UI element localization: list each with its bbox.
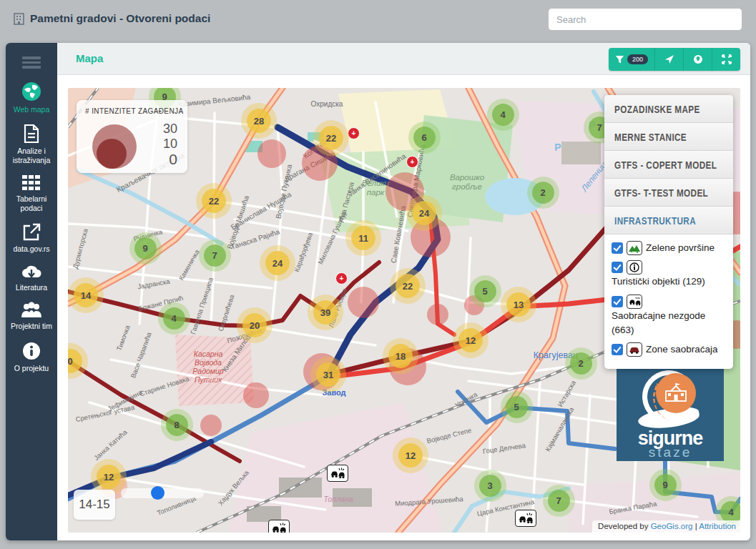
sidebar-item-web-mapa[interactable]: Web mapa bbox=[6, 81, 57, 114]
filter-button[interactable]: 200 bbox=[609, 48, 654, 71]
content-header: Mapa 200 bbox=[57, 43, 750, 75]
sidebar-item-datagov[interactable]: data.gov.rs bbox=[6, 222, 57, 254]
sigurne-staze-logo: sigurne staze bbox=[617, 365, 724, 461]
building-block bbox=[279, 478, 322, 498]
team-icon bbox=[20, 302, 43, 319]
checkbox-checked[interactable] bbox=[612, 262, 623, 273]
measurement-marker[interactable]: 12 bbox=[398, 443, 423, 468]
measurement-marker[interactable]: 2 bbox=[570, 352, 592, 375]
sidebar-item-o-projektu[interactable]: O projektu bbox=[6, 341, 57, 373]
filter-icon bbox=[615, 55, 624, 64]
sidebar-item-tabelarni[interactable]: Tabelarni podaci bbox=[6, 174, 57, 213]
car-crash-icon bbox=[627, 295, 642, 309]
measurement-marker[interactable]: 13 bbox=[506, 292, 531, 317]
measurement-marker[interactable]: 9 bbox=[654, 474, 677, 496]
time-slider-thumb[interactable] bbox=[151, 486, 165, 500]
sidebar-item-label: data.gov.rs bbox=[11, 244, 51, 254]
map-canvas[interactable]: Казимира ВељковићаОхридскаКопитареваДраг… bbox=[68, 88, 740, 533]
car-crash-map-icon[interactable] bbox=[268, 520, 290, 533]
sidebar-item-projektni-tim[interactable]: Projektni tim bbox=[6, 302, 57, 331]
sidebar-item-literatura[interactable]: Literatura bbox=[6, 263, 57, 292]
layer-item-saobracajne-nezgode[interactable]: Saobraćajne nezgode (663) bbox=[612, 295, 727, 338]
sidebar-item-label: Tabelarni podaci bbox=[6, 194, 57, 213]
measurement-marker[interactable]: 4 bbox=[492, 104, 514, 126]
panel-section-infrastruktura[interactable]: INFRASTRUKTURA bbox=[604, 207, 733, 234]
measurement-marker[interactable]: 22 bbox=[202, 189, 226, 213]
map-toolbar: 200 bbox=[609, 48, 740, 71]
time-slider-track[interactable] bbox=[121, 488, 204, 498]
info-icon bbox=[21, 341, 41, 361]
measurement-marker[interactable]: 6 bbox=[413, 127, 436, 149]
fullscreen-button[interactable] bbox=[712, 48, 740, 71]
car-crash-map-icon[interactable] bbox=[515, 510, 536, 527]
land-patch bbox=[175, 335, 254, 406]
building-block bbox=[333, 488, 372, 507]
layer-item-label: Saobraćajne nezgode (663) bbox=[612, 309, 727, 338]
panel-section-pozadinske-mape[interactable]: POZADINSKE MAPE bbox=[604, 95, 733, 123]
panel-section-merne-stanice[interactable]: MERNE STANICE bbox=[604, 123, 733, 151]
globe-pin-icon bbox=[693, 54, 703, 64]
top-header: Pametni gradovi - Otvoreni podaci bbox=[0, 0, 756, 40]
measurement-marker[interactable]: 3 bbox=[479, 475, 501, 497]
measurement-marker[interactable]: 20 bbox=[242, 313, 267, 337]
measurement-marker[interactable]: 5 bbox=[506, 396, 528, 418]
measurement-marker[interactable]: 39 bbox=[313, 300, 338, 325]
measurement-marker[interactable]: 18 bbox=[388, 344, 413, 368]
measurement-marker[interactable]: 4 bbox=[163, 307, 185, 330]
tourist-info-icon bbox=[627, 260, 642, 274]
sidebar-item-label: Analize i istraživanja bbox=[6, 147, 57, 165]
geogis-link[interactable]: GeoGis.org bbox=[651, 522, 693, 530]
school-icon bbox=[664, 382, 688, 404]
app-title: Pametni gradovi - Otvoreni podaci bbox=[13, 12, 210, 25]
measurement-marker[interactable]: 22 bbox=[319, 126, 343, 150]
map-attribution: Developed by GeoGis.org | Attribution bbox=[592, 520, 740, 533]
layer-item-label: Zone saobraćaja bbox=[646, 342, 718, 357]
legend-value-10: 10 bbox=[163, 137, 177, 152]
medical-marker[interactable]: + bbox=[348, 127, 360, 139]
basemap-button[interactable] bbox=[683, 48, 712, 71]
sidebar-item-label: O projektu bbox=[13, 364, 50, 373]
measurement-marker[interactable]: 7 bbox=[548, 490, 570, 512]
external-link-icon bbox=[22, 222, 41, 242]
measurement-marker[interactable]: 11 bbox=[351, 226, 375, 250]
measurement-marker[interactable]: 12 bbox=[458, 328, 483, 352]
panel-section-gtfs-ttest[interactable]: GTFS- T-TEST MODEL bbox=[604, 179, 733, 207]
car-crash-map-icon[interactable] bbox=[327, 465, 348, 482]
sidebar-item-label: Literatura bbox=[14, 283, 49, 292]
measurement-marker[interactable]: 24 bbox=[265, 251, 290, 275]
measurement-marker[interactable]: 9 bbox=[134, 237, 157, 259]
measurement-marker[interactable]: 8 bbox=[166, 414, 188, 436]
search-input[interactable] bbox=[549, 9, 742, 30]
panel-section-gtfs-copert[interactable]: GTFS - COPERT MODEL bbox=[604, 151, 733, 179]
checkbox-checked[interactable] bbox=[612, 296, 623, 307]
medical-marker[interactable]: + bbox=[406, 156, 418, 168]
sidebar-item-analize[interactable]: Analize i istraživanja bbox=[6, 124, 57, 165]
menu-toggle-button[interactable] bbox=[22, 54, 41, 71]
building-block bbox=[561, 142, 601, 164]
measurement-marker[interactable]: 31 bbox=[316, 362, 340, 387]
layer-item-zone-saobracaja[interactable]: Zone saobraćaja bbox=[612, 342, 727, 357]
layers-panel: POZADINSKE MAPE MERNE STANICE GTFS - COP… bbox=[604, 95, 733, 369]
measurement-marker[interactable]: 12 bbox=[97, 465, 121, 489]
legend-circle-inner bbox=[97, 139, 127, 169]
legend-value-30: 30 bbox=[163, 122, 177, 137]
measurement-marker[interactable]: 5 bbox=[474, 280, 496, 302]
infrastructure-layer-list: Zelene površine Turistički objekti (129) bbox=[604, 234, 733, 369]
checkbox-checked[interactable] bbox=[612, 242, 623, 254]
logo-school-badge bbox=[656, 373, 696, 413]
measurement-marker[interactable]: 4 bbox=[720, 501, 741, 523]
attribution-prefix: Developed by bbox=[598, 522, 648, 530]
measurement-marker[interactable]: 14 bbox=[74, 283, 98, 307]
measurement-marker[interactable]: 28 bbox=[247, 109, 271, 133]
measurement-marker[interactable]: 22 bbox=[396, 274, 420, 298]
locate-button[interactable] bbox=[654, 48, 683, 71]
checkbox-checked[interactable] bbox=[612, 344, 623, 355]
measurement-marker[interactable]: 2 bbox=[532, 182, 554, 204]
medical-marker[interactable]: + bbox=[335, 272, 348, 285]
attribution-link[interactable]: Attribution bbox=[699, 522, 736, 530]
measurement-marker[interactable]: 24 bbox=[412, 201, 436, 225]
measurement-marker[interactable]: 7 bbox=[204, 244, 226, 267]
layer-item-turisticki-objekti[interactable]: Turistički objekti (129) bbox=[612, 260, 727, 289]
app-title-text: Pametni gradovi - Otvoreni podaci bbox=[30, 12, 210, 25]
layer-item-zelene-povrsine[interactable]: Zelene površine bbox=[612, 241, 727, 255]
